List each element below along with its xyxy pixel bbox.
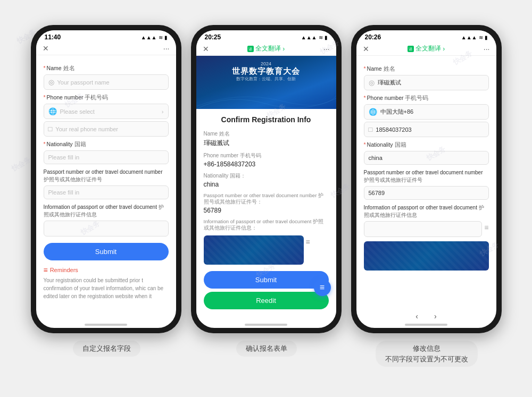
- time-1: 11:40: [45, 33, 61, 41]
- banner-sub-2: 数字化教育：云端、共享、创新: [196, 76, 336, 82]
- phone-country-input-3: 🌐 中国大陆+86: [364, 104, 489, 120]
- passport-value-3: 56789: [369, 190, 385, 196]
- passport-label-3: Passport number or other travel document…: [364, 169, 489, 184]
- phone-label-1: *Phone number 手机号码: [44, 94, 169, 102]
- time-3: 20:26: [365, 33, 381, 41]
- name-value-3: 琿磁溅试: [378, 79, 401, 87]
- phone-number-input-3: □ 18584037203: [364, 122, 489, 137]
- confirm-item-nationality: Nationality 国籍： china: [204, 172, 329, 188]
- close-button-2[interactable]: ✕: [203, 45, 209, 53]
- person-icon-3: ◎: [369, 79, 375, 87]
- wifi-icon-2: ≋: [319, 35, 323, 40]
- confirm-item-phone: Phone number 手机号码 +86-18584837203: [204, 152, 329, 168]
- reminder-icon: ≡: [44, 266, 48, 274]
- phones-row: 11:40 ▲▲▲ ≋ ▮ ✕ ··· *Na: [31, 25, 502, 333]
- phone-country-input-1[interactable]: 🌐 Please select ›: [44, 104, 169, 119]
- caption-text-2: 确认报名表单: [246, 344, 287, 352]
- battery-icon-2: ▮: [325, 35, 328, 40]
- name-input-1[interactable]: ◎ Your passport name: [44, 74, 169, 90]
- phone-2: 20:25 ▲▲▲ ≋ ▮ ✕ 译 全文翻译 ›: [191, 25, 342, 333]
- status-bar-3: 20:26 ▲▲▲ ≋ ▮: [356, 30, 496, 42]
- passport-info-label-1: Information of passport or other travel …: [44, 204, 169, 218]
- translate-label-2[interactable]: 译 全文翻译 ›: [247, 44, 285, 53]
- nationality-value-3: china: [369, 155, 383, 161]
- translate-icon-3: 译: [408, 46, 414, 52]
- caption-3: 修改信息 不同字段可设置为不可更改: [352, 341, 502, 367]
- banner-2: 2024 世界数字教育大会 数字化教育：云端、共享、创新: [196, 56, 336, 109]
- phone-country-value-3: 中国大陆+86: [380, 108, 414, 116]
- ci-label-passport: Passport number or other travel document…: [204, 192, 329, 206]
- time-2: 20:25: [205, 33, 221, 41]
- phone-number-value-3: 18584037203: [376, 126, 411, 133]
- lines-icon-2[interactable]: ≡: [306, 238, 310, 246]
- phone-field-label-3: *Phone number 手机号码: [364, 95, 489, 102]
- prev-arrow-3[interactable]: ‹: [415, 312, 418, 320]
- globe-icon-1: 🌐: [48, 107, 57, 115]
- caption-text-3b: 不同字段可设置为不可更改: [385, 355, 468, 363]
- next-arrow-3[interactable]: ›: [434, 312, 437, 320]
- status-bar-2: 20:25 ▲▲▲ ≋ ▮: [196, 30, 336, 42]
- passport-input-1[interactable]: Please fill in: [44, 185, 169, 199]
- ci-label-nationality: Nationality 国籍：: [204, 172, 329, 180]
- caption-2: 确认报名表单: [192, 341, 342, 367]
- more-button-3[interactable]: ···: [484, 45, 490, 53]
- caption-1: 自定义报名字段: [31, 341, 182, 367]
- nationality-placeholder-1: Please fill in: [48, 154, 80, 161]
- home-indicator-2: [245, 324, 287, 326]
- phone-icon-1: □: [48, 125, 53, 133]
- person-icon-1: ◎: [48, 78, 54, 86]
- passport-placeholder-1: Please fill in: [48, 189, 80, 196]
- svg-text:译: 译: [409, 47, 412, 51]
- lines-icon-3[interactable]: ≡: [484, 223, 488, 232]
- submit-button-1[interactable]: Submit: [44, 243, 169, 260]
- ci-label-phone: Phone number 手机号码: [204, 152, 329, 159]
- nationality-label-1: *Nationality 国籍: [44, 141, 169, 148]
- reminders-1: ≡ Reminders Your registration could be s…: [44, 266, 169, 300]
- signal-icon-2: ▲▲▲: [301, 35, 317, 40]
- confirm-title-2: Confirm Registration Info: [204, 115, 329, 124]
- nationality-input-3[interactable]: china: [364, 151, 489, 165]
- wifi-icon-3: ≋: [479, 35, 483, 40]
- caption-pill-2: 确认报名表单: [236, 341, 297, 357]
- phone-1: 11:40 ▲▲▲ ≋ ▮ ✕ ··· *Na: [31, 25, 181, 333]
- passport-info-input-1[interactable]: [44, 221, 169, 236]
- app-bar-2: ✕ 译 全文翻译 › ···: [196, 42, 336, 56]
- confirm-image-2: [204, 235, 304, 265]
- ci-value-nationality: china: [204, 181, 329, 188]
- banner-title-2: 世界数字教育大会: [196, 66, 336, 77]
- banner-decoration: [196, 88, 336, 109]
- form-3: *Name 姓名 ◎ 琿磁溅试 *Phone number 手机号码 🌐 中国大…: [356, 56, 496, 309]
- more-button-2[interactable]: ···: [323, 45, 330, 53]
- wifi-icon: ≋: [159, 35, 163, 40]
- name-label-3: *Name 姓名: [364, 65, 489, 73]
- phone-number-input-1[interactable]: □ Your real phone number: [44, 121, 169, 137]
- nationality-label-3: *Nationality 国籍: [364, 141, 489, 149]
- name-input-3[interactable]: ◎ 琿磁溅试: [364, 75, 489, 90]
- phone-icon-3: □: [369, 125, 373, 133]
- close-button-3[interactable]: ✕: [363, 45, 369, 53]
- home-indicator-1: [85, 324, 127, 326]
- caption-pill-3: 修改信息 不同字段可设置为不可更改: [376, 341, 478, 367]
- confirm-item-name: Name 姓名 琿磁溅试: [204, 130, 329, 148]
- status-bar-1: 11:40 ▲▲▲ ≋ ▮: [36, 30, 176, 42]
- battery-icon-3: ▮: [485, 35, 488, 40]
- captions-row: 自定义报名字段 确认报名表单 修改信息 不同字段可设置为不可更改: [31, 341, 501, 367]
- nationality-input-1[interactable]: Please fill in: [44, 150, 169, 164]
- ci-value-passport: 56789: [204, 207, 329, 214]
- more-button-1[interactable]: ···: [163, 44, 170, 53]
- banner-year-2: 2024: [196, 61, 336, 66]
- reminders-label: Reminders: [50, 267, 78, 273]
- confirm-submit-button-2[interactable]: Submit: [204, 271, 329, 289]
- signal-icon-3: ▲▲▲: [461, 35, 477, 40]
- reedit-button-2[interactable]: Reedit: [204, 292, 329, 309]
- passport-label-1: Passport number or other travel document…: [44, 168, 169, 183]
- phone-country-placeholder-1: Please select: [60, 108, 95, 115]
- reminders-text-1: Your registration could be submitted pri…: [44, 276, 169, 300]
- translate-icon-2: 译: [247, 46, 254, 52]
- close-button-1[interactable]: ✕: [43, 44, 49, 53]
- fab-button-2[interactable]: ≡: [314, 279, 331, 296]
- name-placeholder-1: Your passport name: [57, 79, 110, 86]
- translate-label-3[interactable]: 译 全文翻译 ›: [408, 44, 445, 53]
- passport-info-row-3: ≡: [364, 221, 489, 237]
- document-image-3: [364, 241, 489, 271]
